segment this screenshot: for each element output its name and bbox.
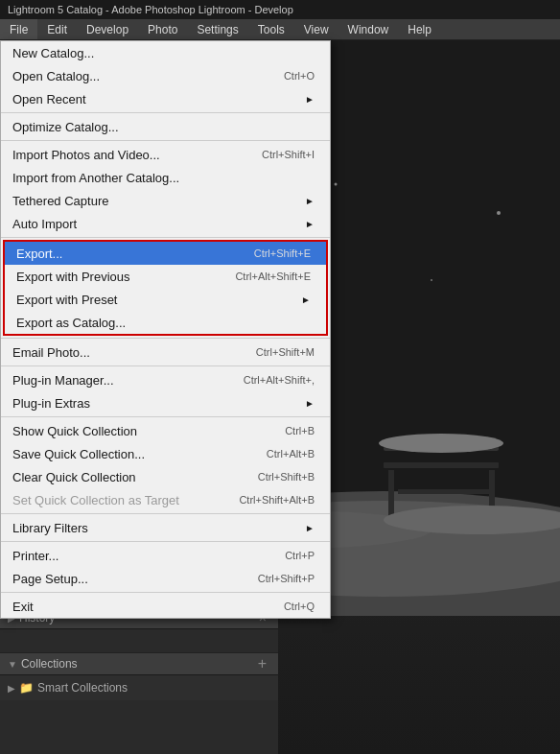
open-recent-label: Open Recent <box>12 92 86 106</box>
smart-collections-label: Smart Collections <box>37 681 128 695</box>
menu-item-tethered-capture[interactable]: Tethered Capture ► <box>1 189 330 212</box>
export-shortcut: Ctrl+Shift+E <box>254 247 311 259</box>
separator-3 <box>1 237 330 238</box>
menu-item-open-recent[interactable]: Open Recent ► <box>1 87 330 110</box>
menu-item-exit[interactable]: Exit Ctrl+Q <box>1 595 330 618</box>
dropdown-menu: New Catalog... Open Catalog... Ctrl+O Op… <box>0 40 331 619</box>
title-text: Lightroom 5 Catalog - Adobe Photoshop Li… <box>8 4 293 15</box>
printer-label: Printer... <box>12 549 58 563</box>
printer-shortcut: Ctrl+P <box>285 550 315 561</box>
menu-item-clear-quick-collection[interactable]: Clear Quick Collection Ctrl+Shift+B <box>1 465 330 488</box>
menu-item-new-catalog[interactable]: New Catalog... <box>1 41 330 64</box>
tethered-capture-label: Tethered Capture <box>12 194 108 208</box>
menu-edit[interactable]: Edit <box>37 19 77 39</box>
exit-label: Exit <box>12 600 34 614</box>
optimize-catalog-label: Optimize Catalog... <box>12 120 119 134</box>
menu-help[interactable]: Help <box>398 19 441 39</box>
menu-view[interactable]: View <box>294 19 338 39</box>
export-group: Export... Ctrl+Shift+E Export with Previ… <box>3 240 328 336</box>
export-preset-label: Export with Preset <box>16 293 118 307</box>
plugin-manager-label: Plug-in Manager... <box>12 373 114 388</box>
export-preset-arrow: ► <box>301 295 311 305</box>
open-recent-arrow: ► <box>305 94 315 105</box>
import-photos-shortcut: Ctrl+Shift+I <box>262 149 315 160</box>
separator-7 <box>1 513 330 514</box>
plugin-extras-label: Plug-in Extras <box>12 396 90 411</box>
smart-collections-item[interactable]: ▶ 📁 Smart Collections <box>0 675 278 700</box>
separator-6 <box>1 416 330 417</box>
clear-quick-collection-shortcut: Ctrl+Shift+B <box>258 471 315 483</box>
export-label: Export... <box>16 247 62 261</box>
plugin-extras-arrow: ► <box>305 398 315 409</box>
save-quick-collection-shortcut: Ctrl+Alt+B <box>267 448 315 459</box>
menu-item-export-previous[interactable]: Export with Previous Ctrl+Alt+Shift+E <box>5 265 326 288</box>
menu-tools[interactable]: Tools <box>248 19 294 39</box>
separator-4 <box>1 338 330 339</box>
svg-rect-12 <box>398 489 489 494</box>
svg-point-18 <box>431 279 432 281</box>
menu-window[interactable]: Window <box>338 19 399 39</box>
auto-import-label: Auto Import <box>12 217 77 231</box>
export-previous-shortcut: Ctrl+Alt+Shift+E <box>235 271 311 282</box>
page-setup-shortcut: Ctrl+Shift+P <box>258 573 315 584</box>
menu-item-export-preset[interactable]: Export with Preset ► <box>5 288 326 311</box>
collections-section: ▼ Collections + ▶ 📁 Smart Collections <box>0 652 278 700</box>
set-quick-collection-label: Set Quick Collection as Target <box>12 493 179 507</box>
library-filters-label: Library Filters <box>12 521 88 535</box>
menu-item-save-quick-collection[interactable]: Save Quick Collection... Ctrl+Alt+B <box>1 442 330 465</box>
svg-point-17 <box>335 183 338 186</box>
show-quick-collection-label: Show Quick Collection <box>12 424 137 438</box>
menu-item-page-setup[interactable]: Page Setup... Ctrl+Shift+P <box>1 567 330 590</box>
menu-settings[interactable]: Settings <box>187 19 247 39</box>
menu-item-plugin-extras[interactable]: Plug-in Extras ► <box>1 391 330 414</box>
separator-1 <box>1 112 330 113</box>
email-photo-label: Email Photo... <box>12 345 90 360</box>
menu-item-show-quick-collection[interactable]: Show Quick Collection Ctrl+B <box>1 419 330 442</box>
separator-9 <box>1 592 330 593</box>
import-catalog-label: Import from Another Catalog... <box>12 171 179 185</box>
menu-photo[interactable]: Photo <box>138 19 187 39</box>
plugin-manager-shortcut: Ctrl+Alt+Shift+, <box>244 374 315 386</box>
import-photos-label: Import Photos and Video... <box>12 148 160 162</box>
svg-point-19 <box>497 211 501 215</box>
menu-item-printer[interactable]: Printer... Ctrl+P <box>1 544 330 567</box>
library-filters-arrow: ► <box>305 523 315 533</box>
exit-shortcut: Ctrl+Q <box>284 601 315 612</box>
collections-title: Collections <box>21 657 254 671</box>
menu-item-optimize-catalog[interactable]: Optimize Catalog... <box>1 115 330 138</box>
svg-rect-9 <box>384 462 499 468</box>
smart-collections-arrow: ▶ <box>8 683 15 694</box>
page-setup-label: Page Setup... <box>12 572 88 586</box>
export-catalog-label: Export as Catalog... <box>16 316 126 330</box>
auto-import-arrow: ► <box>305 219 315 229</box>
menu-item-plugin-manager[interactable]: Plug-in Manager... Ctrl+Alt+Shift+, <box>1 368 330 391</box>
menu-item-open-catalog[interactable]: Open Catalog... Ctrl+O <box>1 64 330 87</box>
menu-file[interactable]: File <box>0 19 37 39</box>
collections-add[interactable]: + <box>254 656 270 672</box>
file-dropdown: New Catalog... Open Catalog... Ctrl+O Op… <box>0 40 331 619</box>
menu-item-library-filters[interactable]: Library Filters ► <box>1 516 330 539</box>
menu-item-export[interactable]: Export... Ctrl+Shift+E <box>5 242 326 265</box>
collections-header: ▼ Collections + <box>0 652 278 675</box>
email-photo-shortcut: Ctrl+Shift+M <box>256 346 315 358</box>
tethered-capture-arrow: ► <box>305 196 315 206</box>
menu-bar: File Edit Develop Photo Settings Tools V… <box>0 19 560 40</box>
folder-icon: 📁 <box>19 681 34 695</box>
menu-develop[interactable]: Develop <box>77 19 138 39</box>
menu-item-email-photo[interactable]: Email Photo... Ctrl+Shift+M <box>1 341 330 364</box>
title-bar: Lightroom 5 Catalog - Adobe Photoshop Li… <box>0 0 560 19</box>
menu-item-auto-import[interactable]: Auto Import ► <box>1 212 330 235</box>
save-quick-collection-label: Save Quick Collection... <box>12 447 145 461</box>
export-previous-label: Export with Previous <box>16 270 130 284</box>
menu-item-export-catalog[interactable]: Export as Catalog... <box>5 311 326 334</box>
open-catalog-shortcut: Ctrl+O <box>284 70 315 82</box>
svg-point-13 <box>379 434 503 453</box>
menu-item-import-catalog[interactable]: Import from Another Catalog... <box>1 166 330 189</box>
menu-item-import-photos[interactable]: Import Photos and Video... Ctrl+Shift+I <box>1 143 330 166</box>
new-catalog-label: New Catalog... <box>12 46 94 60</box>
separator-2 <box>1 140 330 141</box>
left-panel: ▶ History × ▼ Collections + ▶ 📁 Smart Co… <box>0 629 278 754</box>
set-quick-collection-shortcut: Ctrl+Shift+Alt+B <box>239 494 315 506</box>
clear-quick-collection-label: Clear Quick Collection <box>12 470 136 484</box>
show-quick-collection-shortcut: Ctrl+B <box>285 425 315 436</box>
